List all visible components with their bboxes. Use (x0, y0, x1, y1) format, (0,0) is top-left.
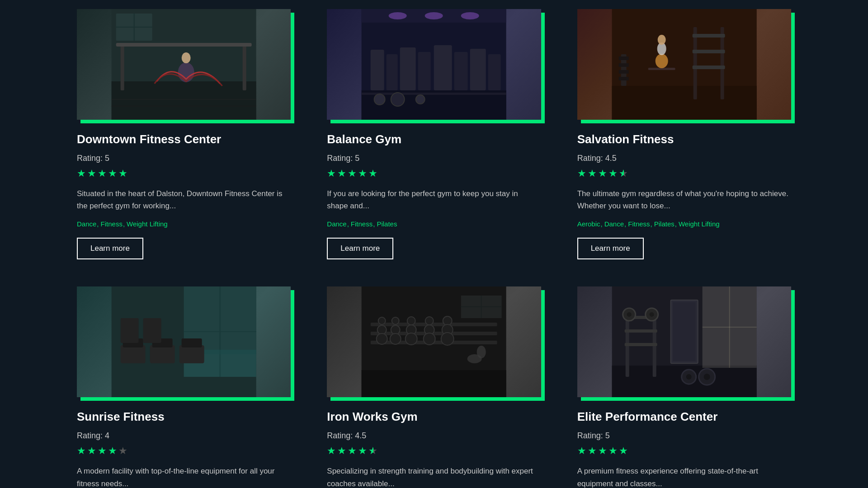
star-full: ★ (77, 168, 86, 179)
svg-rect-23 (454, 52, 468, 90)
svg-rect-18 (371, 50, 384, 90)
card-stars: ★★★★★ (577, 445, 791, 457)
card-tag: Dance (327, 220, 349, 228)
svg-rect-33 (693, 27, 697, 99)
svg-point-29 (416, 95, 425, 104)
star-full: ★ (108, 445, 117, 457)
star-full: ★ (348, 168, 357, 179)
svg-rect-2 (121, 45, 124, 90)
card-image-wrapper (77, 286, 291, 397)
card-stars: ★★★★★ (327, 168, 541, 179)
gym-card-4: Sunrise Fitness Rating: 4 ★★★★★ A modern… (77, 286, 291, 488)
svg-rect-22 (434, 45, 452, 90)
svg-rect-35 (692, 34, 725, 38)
svg-rect-43 (618, 56, 628, 60)
card-tag: Dance (604, 220, 627, 228)
svg-point-75 (425, 317, 434, 325)
svg-point-77 (424, 333, 435, 345)
card-title: Iron Works Gym (327, 410, 541, 424)
star-full: ★ (327, 445, 336, 457)
star-full: ★ (327, 168, 336, 179)
star-half: ★★ (368, 445, 377, 457)
card-tag: Weight Lifting (127, 220, 168, 228)
star-full: ★ (337, 445, 346, 457)
svg-rect-53 (121, 345, 146, 363)
svg-rect-20 (400, 47, 416, 90)
svg-rect-37 (692, 66, 725, 69)
page-container: Downtown Fitness Center Rating: 5 ★★★★★ … (0, 0, 868, 488)
svg-rect-24 (470, 49, 486, 90)
star-full: ★ (609, 168, 618, 179)
svg-rect-4 (116, 43, 252, 47)
card-rating-text: Rating: 4.5 (577, 154, 791, 163)
svg-point-97 (627, 312, 631, 317)
svg-rect-60 (143, 318, 161, 343)
card-description: A modern facility with top-of-the-line e… (77, 465, 291, 488)
svg-point-71 (390, 333, 401, 344)
gym-card-1: Downtown Fitness Center Rating: 5 ★★★★★ … (77, 9, 291, 259)
svg-rect-26 (362, 93, 506, 95)
gym-card-3: Salvation Fitness Rating: 4.5 ★★★★★★ The… (577, 9, 791, 259)
gym-card-5: Iron Works Gym Rating: 4.5 ★★★★★★ Specia… (327, 286, 541, 488)
card-tag: Fitness (628, 220, 652, 228)
card-image-wrapper (327, 9, 541, 120)
svg-rect-94 (624, 329, 657, 333)
star-full: ★ (598, 445, 607, 457)
star-full: ★ (87, 445, 96, 457)
card-image (577, 286, 791, 397)
card-title: Balance Gym (327, 132, 541, 146)
svg-point-103 (686, 374, 691, 380)
svg-rect-34 (720, 27, 724, 99)
card-tags: DanceFitnessPilates (327, 220, 541, 228)
card-description: The ultimate gym regardless of what you'… (577, 188, 791, 212)
svg-rect-21 (418, 52, 431, 90)
star-full: ★ (577, 445, 586, 457)
card-tag: Fitness (351, 220, 375, 228)
svg-rect-59 (121, 318, 139, 343)
card-description: If you are looking for the perfect gym t… (327, 188, 541, 212)
card-tags: DanceFitnessWeight Lifting (77, 220, 291, 228)
svg-point-39 (655, 54, 668, 68)
svg-point-82 (477, 346, 486, 358)
svg-point-16 (425, 12, 443, 19)
card-image-wrapper (327, 286, 541, 397)
star-empty: ★ (118, 445, 127, 457)
gym-card-6: Elite Performance Center Rating: 5 ★★★★★… (577, 286, 791, 488)
star-full: ★ (619, 445, 628, 457)
svg-point-66 (378, 317, 386, 324)
star-full: ★ (77, 445, 86, 457)
star-full: ★ (588, 168, 597, 179)
star-full: ★ (358, 445, 367, 457)
svg-rect-95 (624, 343, 657, 346)
card-tag: Pilates (654, 220, 677, 228)
card-description: A premium fitness experience offering st… (577, 465, 791, 488)
card-description: Specializing in strength training and bo… (327, 465, 541, 488)
svg-point-80 (441, 333, 454, 345)
card-image-wrapper (77, 9, 291, 120)
svg-point-105 (703, 374, 710, 380)
learn-more-button[interactable]: Learn more (327, 238, 393, 259)
card-image-wrapper (577, 9, 791, 120)
svg-rect-3 (243, 45, 246, 90)
card-stars: ★★★★★ (77, 168, 291, 179)
gym-card-2: Balance Gym Rating: 5 ★★★★★ If you are l… (327, 9, 541, 259)
svg-point-41 (657, 35, 665, 45)
svg-rect-19 (387, 54, 398, 90)
star-full: ★ (577, 168, 586, 179)
svg-point-27 (374, 94, 385, 105)
star-full: ★ (87, 168, 96, 179)
svg-rect-55 (150, 345, 175, 363)
card-title: Salvation Fitness (577, 132, 791, 146)
card-rating-text: Rating: 5 (77, 154, 291, 163)
learn-more-button[interactable]: Learn more (577, 238, 644, 259)
svg-rect-63 (371, 323, 497, 326)
card-stars: ★★★★★★ (327, 445, 541, 457)
card-image-wrapper (577, 286, 791, 397)
learn-more-button[interactable]: Learn more (77, 238, 143, 259)
card-image (327, 286, 541, 397)
card-tag: Weight Lifting (679, 220, 720, 228)
cards-grid: Downtown Fitness Center Rating: 5 ★★★★★ … (77, 9, 791, 488)
svg-point-6 (182, 52, 191, 63)
svg-rect-46 (618, 77, 628, 80)
svg-rect-1 (112, 81, 256, 120)
